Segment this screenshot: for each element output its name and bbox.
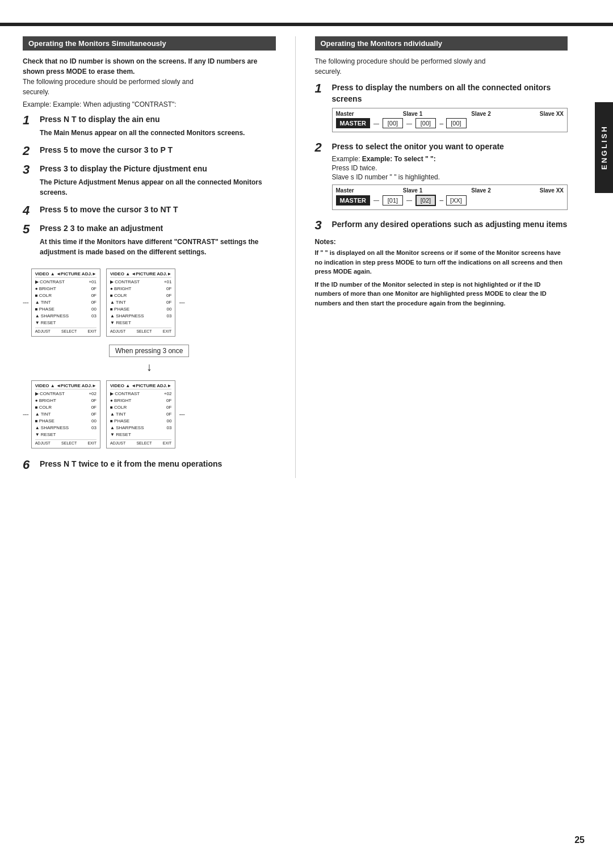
left-intro: Check that no ID number is shown on the … [23,56,276,97]
box-master-2: MASTER [336,195,370,206]
left-dash-top: - - - [23,299,28,307]
menu-shot-right-footer: ADJUSTSELECTEXIT [110,328,171,334]
column-divider [295,36,296,478]
right-dash-bottom: - - - [179,410,184,418]
menu-item-bright-r: ● BRIGHT0F [110,286,171,292]
menu-shot-left: VIDEO ▲ ◄PICTURE ADJ.► ▶ CONTRAST+01 ● B… [31,269,100,337]
step-6: 6 Press N T twice to e it from the menu … [23,459,276,472]
right-section-header: Operating the Monitors ndividually [315,36,568,51]
menu-shot-after-left-title: VIDEO ▲ ◄PICTURE ADJ.► [35,383,96,389]
step-1-number: 1 [23,114,35,127]
page-number: 25 [574,835,585,845]
menu-shot-after-left: VIDEO ▲ ◄PICTURE ADJ.► ▶ CONTRAST+02 ● B… [31,380,100,448]
step-3-number: 3 [23,163,35,176]
content-row: Operating the Monitors Simultaneously Ch… [0,36,613,478]
step-3: 3 Press 3 to display the Picture djustme… [23,163,276,199]
step-5-content: Press 2 3 to make an adjustment At this … [40,223,276,258]
step-4-title: Press 5 to move the cursor 3 to NT T [40,204,276,216]
menu-shot-ar-footer: ADJUSTSELECTEXIT [110,439,171,446]
menu-item-colr-l: ■ COLR0F [35,292,96,299]
pressing-container: When pressing 3 once [23,345,276,357]
step-4-number: 4 [23,204,35,217]
menu-shot-left-title: VIDEO ▲ ◄PICTURE ADJ.► [35,271,96,278]
menu-item-sharp-r: ▲ SHARPNESS03 [110,313,171,320]
step-3-desc: The Picture Adjustment Menus appear on a… [40,177,276,198]
monitor-boxes-row1: MASTER — [00] — [00] - - - [00] [336,118,564,128]
note-item-1: If " " is displayed on all the Monitor s… [315,248,568,276]
menu-item-al-contrast: ▶ CONTRAST+02 [35,391,96,397]
step-6-content: Press N T twice to e it from the menu op… [40,459,276,472]
menu-screenshots-after: - - - VIDEO ▲ ◄PICTURE ADJ.► ▶ CONTRAST+… [23,376,276,453]
step-1-content: Press N T to display the ain enu The Mai… [40,114,276,139]
intro-line3: The following procedure should be perfor… [23,78,194,86]
menu-shots-bottom: VIDEO ▲ ◄PICTURE ADJ.► ▶ CONTRAST+02 ● B… [31,380,176,448]
notes-title: Notes: [315,238,568,246]
menu-shot-left-footer: ADJUSTSELECTEXIT [35,328,96,334]
right-step-3-number: 3 [315,219,328,232]
step-2-content: Press 5 to move the cursor 3 to P T [40,145,276,158]
box-slave1-1: [00] [383,118,403,128]
step-2-number: 2 [23,145,35,157]
page-container: ENGLISH Operating the Monitors Simultane… [0,0,613,868]
dashed-sides-top: - - - VIDEO ▲ ◄PICTURE ADJ.► ▶ CONTRAST+… [23,264,276,341]
menu-item-reset-r: ▼ RESET [110,320,171,326]
notes-section: Notes: If " " is displayed on all the Mo… [315,238,568,308]
menu-item-contrast-l: ▶ CONTRAST+01 [35,279,96,286]
left-example: Example: Example: When adjusting "CONTRA… [23,100,276,108]
menu-item-al-tint: ▲ TINT0F [35,411,96,418]
step-4: 4 Press 5 to move the cursor 3 to NT T [23,204,276,218]
label-master-1: Master [336,111,354,117]
box-master-1: MASTER [336,118,370,128]
step-6-title: Press N T twice to e it from the menu op… [40,459,276,470]
label-slavexx-1: Slave XX [540,111,564,117]
label-slave1-1: Slave 1 [403,111,422,117]
step-2-title: Press 5 to move the cursor 3 to P T [40,145,276,156]
right-intro: The following procedure should be perfor… [315,56,568,77]
menu-item-al-colr: ■ COLR0F [35,404,96,411]
menu-screenshots-before: - - - VIDEO ▲ ◄PICTURE ADJ.► ▶ CONTRAST+… [23,264,276,341]
menu-item-phase-r: ■ PHASE00 [110,306,171,313]
menu-item-ar-sharp: ▲ SHARPNESS03 [110,425,171,431]
monitor-labels-row2: Master Slave 1 Slave 2 Slave XX [336,187,564,194]
right-step-3: 3 Perform any desired operations such as… [315,219,568,233]
label-slavexx-2: Slave XX [540,187,564,194]
right-step-1-content: Press to display the numbers on all the … [332,82,568,136]
menu-shots-top: VIDEO ▲ ◄PICTURE ADJ.► ▶ CONTRAST+01 ● B… [31,269,176,337]
menu-item-ar-bright: ● BRIGHT0F [110,397,171,404]
box-slavexx-1: [00] [446,118,467,128]
step-5-title: Press 2 3 to make an adjustment [40,223,276,234]
menu-shot-al-footer: ADJUSTSELECTEXIT [35,439,96,446]
right-step-1-number: 1 [315,82,328,95]
english-label: ENGLISH [595,102,613,193]
dashed-sides-bottom: - - - VIDEO ▲ ◄PICTURE ADJ.► ▶ CONTRAST+… [23,376,276,453]
step-1-desc: The Main Menus appear on all the connect… [40,128,276,138]
right-step-2-press: Press ID twice. [332,164,568,172]
menu-item-ar-phase: ■ PHASE00 [110,418,171,425]
box-slave2-1: [00] [415,118,436,128]
menu-item-reset-l: ▼ RESET [35,320,96,326]
monitor-diagram-step2: Master Slave 1 Slave 2 Slave XX MASTER —… [332,184,568,210]
monitor-boxes-row2: MASTER — [01] — [02] - - - [XX] [336,195,564,206]
step-1-title: Press N T to display the ain enu [40,114,276,125]
menu-item-al-sharp: ▲ SHARPNESS03 [35,425,96,431]
menu-shot-right: VIDEO ▲ ◄PICTURE ADJ.► ▶ CONTRAST+01 ● B… [106,269,175,337]
right-intro-line1: The following procedure should be perfor… [315,57,486,65]
step-3-content: Press 3 to display the Picture djustment… [40,163,276,199]
menu-item-ar-contrast: ▶ CONTRAST+02 [110,391,171,397]
right-step-2-number: 2 [315,141,328,154]
step-5-desc: At this time if the Monitors have differ… [40,237,276,257]
right-step-3-title: Perform any desired operations such as a… [332,219,568,230]
menu-item-tint-l: ▲ TINT0F [35,299,96,306]
step-4-content: Press 5 to move the cursor 3 to NT T [40,204,276,218]
right-dash-top: - - - [179,299,184,307]
step-5-number: 5 [23,223,35,236]
right-step-2-highlight: Slave s ID number " " is highlighted. [332,173,568,181]
step-2: 2 Press 5 to move the cursor 3 to P T [23,145,276,158]
step-1: 1 Press N T to display the ain enu The M… [23,114,276,139]
menu-item-colr-r: ■ COLR0F [110,292,171,299]
right-column: Operating the Monitors ndividually The f… [315,36,591,478]
right-step-1: 1 Press to display the numbers on all th… [315,82,568,136]
menu-item-bright-l: ● BRIGHT0F [35,286,96,292]
label-slave1-2: Slave 1 [403,187,422,194]
menu-item-al-bright: ● BRIGHT0F [35,397,96,404]
